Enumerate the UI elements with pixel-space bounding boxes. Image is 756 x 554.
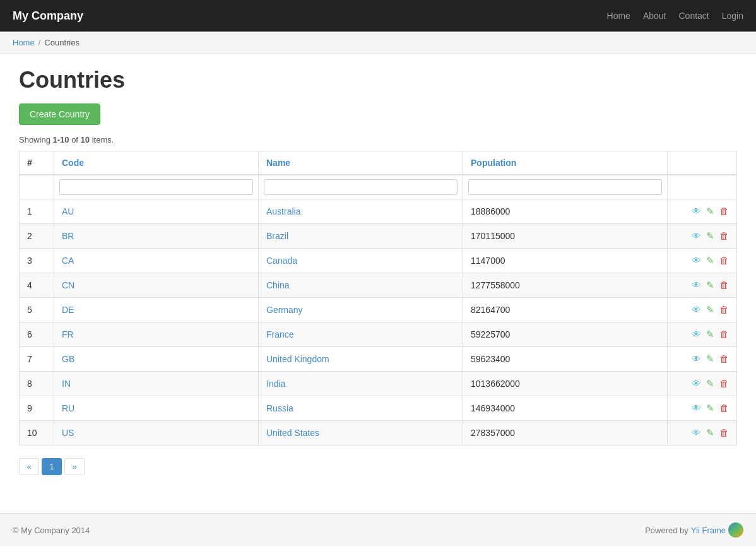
code-link[interactable]: CN [62,280,74,290]
cell-num: 2 [20,224,54,249]
cell-name: United Kingdom [259,347,463,372]
edit-icon[interactable]: ✎ [706,206,714,217]
framework-link[interactable]: Yii Frame [691,526,726,535]
breadcrumb-bar: Home / Countries [0,32,756,54]
cell-num: 5 [20,298,54,322]
view-icon[interactable]: 👁 [692,403,701,413]
edit-icon[interactable]: ✎ [706,329,714,340]
code-link[interactable]: BR [62,231,74,241]
view-icon[interactable]: 👁 [692,230,701,241]
col-header-actions [668,151,737,175]
code-link[interactable]: AU [62,206,74,216]
col-header-name[interactable]: Name [259,151,463,175]
cell-num: 6 [20,322,54,347]
col-header-code[interactable]: Code [54,151,259,175]
cell-name: China [259,273,463,298]
pagination-page-1[interactable]: 1 [42,458,62,475]
view-icon[interactable]: 👁 [692,353,701,364]
name-link[interactable]: United States [266,428,319,438]
cell-actions: 👁 ✎ 🗑 [668,347,737,372]
edit-icon[interactable]: ✎ [706,378,714,389]
table-row: 3 CA Canada 1147000 👁 ✎ 🗑 [20,249,737,273]
cell-code: GB [54,347,259,372]
delete-icon[interactable]: 🗑 [719,280,729,290]
name-link[interactable]: United Kingdom [266,354,329,364]
filter-row [20,175,737,199]
cell-code: DE [54,298,259,322]
code-link[interactable]: CA [62,256,74,266]
delete-icon[interactable]: 🗑 [719,403,729,413]
view-icon[interactable]: 👁 [692,280,701,290]
delete-icon[interactable]: 🗑 [719,206,729,216]
nav-login[interactable]: Login [722,11,743,21]
nav-home[interactable]: Home [607,11,630,21]
create-country-button[interactable]: Create Country [19,103,100,125]
filter-actions-cell [668,175,737,199]
col-header-population[interactable]: Population [463,151,668,175]
name-link[interactable]: Russia [266,403,293,413]
edit-icon[interactable]: ✎ [706,304,714,315]
view-icon[interactable]: 👁 [692,206,701,216]
cell-num: 3 [20,249,54,273]
edit-icon[interactable]: ✎ [706,230,714,242]
filter-population-input[interactable] [468,179,662,195]
table-row: 7 GB United Kingdom 59623400 👁 ✎ 🗑 [20,347,737,372]
cell-actions: 👁 ✎ 🗑 [668,199,737,224]
filter-name-input[interactable] [264,179,458,195]
powered-by-text: Powered by [645,526,688,535]
delete-icon[interactable]: 🗑 [719,255,729,266]
name-link[interactable]: Brazil [266,231,288,241]
filter-code-input[interactable] [59,179,253,195]
delete-icon[interactable]: 🗑 [719,329,729,339]
pagination-prev[interactable]: « [19,458,39,475]
showing-prefix: Showing [19,135,52,144]
delete-icon[interactable]: 🗑 [719,304,729,315]
view-icon[interactable]: 👁 [692,427,701,438]
code-link[interactable]: FR [62,329,74,339]
nav-contact[interactable]: Contact [678,11,709,21]
delete-icon[interactable]: 🗑 [719,230,729,241]
cell-actions: 👁 ✎ 🗑 [668,273,737,298]
name-link[interactable]: Canada [266,256,297,266]
cell-name: Canada [259,249,463,273]
cell-actions: 👁 ✎ 🗑 [668,249,737,273]
filter-population-cell [463,175,668,199]
main-content: Countries Create Country Showing 1-10 of… [0,54,756,488]
cell-num: 9 [20,396,54,421]
pagination-next[interactable]: » [64,458,85,475]
nav-links: Home About Contact Login [607,11,743,21]
cell-actions: 👁 ✎ 🗑 [668,372,737,396]
name-link[interactable]: Australia [266,206,300,216]
cell-population: 278357000 [463,421,668,445]
edit-icon[interactable]: ✎ [706,427,714,439]
delete-icon[interactable]: 🗑 [719,427,729,438]
brand-logo[interactable]: My Company [13,9,83,23]
delete-icon[interactable]: 🗑 [719,353,729,364]
cell-num: 7 [20,347,54,372]
edit-icon[interactable]: ✎ [706,353,714,365]
code-link[interactable]: DE [62,305,74,315]
name-link[interactable]: Germany [266,305,303,315]
nav-about[interactable]: About [643,11,666,21]
code-link[interactable]: US [62,428,74,438]
view-icon[interactable]: 👁 [692,378,701,389]
breadcrumb-home[interactable]: Home [13,38,35,47]
edit-icon[interactable]: ✎ [706,403,714,414]
cell-name: Australia [259,199,463,224]
cell-num: 10 [20,421,54,445]
view-icon[interactable]: 👁 [692,329,701,339]
cell-num: 8 [20,372,54,396]
code-link[interactable]: IN [62,379,71,389]
name-link[interactable]: China [266,280,290,290]
delete-icon[interactable]: 🗑 [719,378,729,389]
view-icon[interactable]: 👁 [692,255,701,266]
edit-icon[interactable]: ✎ [706,280,714,291]
cell-code: CA [54,249,259,273]
edit-icon[interactable]: ✎ [706,255,714,266]
code-link[interactable]: RU [62,403,74,413]
cell-population: 18886000 [463,199,668,224]
name-link[interactable]: India [266,379,285,389]
view-icon[interactable]: 👁 [692,304,701,315]
code-link[interactable]: GB [62,354,74,364]
name-link[interactable]: France [266,329,294,339]
